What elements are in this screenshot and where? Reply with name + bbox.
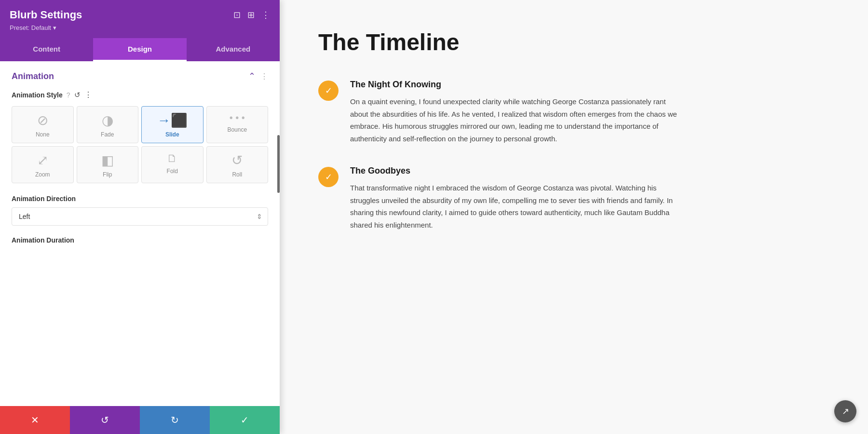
timeline-content-2: The Goodbyes That transformative night I… — [350, 166, 678, 231]
save-button[interactable]: ✓ — [210, 406, 280, 434]
style-none[interactable]: ⊘ None — [12, 106, 74, 143]
direction-select-wrap: Left Right Top Bottom ⇕ — [12, 207, 268, 226]
timeline-check-icon-1: ✓ — [318, 81, 339, 101]
panel-footer: ✕ ↺ ↻ ✓ — [0, 406, 280, 434]
style-fade-label: Fade — [101, 131, 114, 138]
animation-duration-section: Animation Duration — [12, 236, 268, 244]
section-more-icon[interactable]: ⋮ — [260, 72, 268, 81]
timeline-content-1: The Night Of Knowing On a quaint evening… — [350, 80, 678, 145]
tab-advanced[interactable]: Advanced — [187, 38, 280, 61]
fold-icon: 🗋 — [167, 152, 177, 165]
settings-panel: Blurb Settings ⊡ ⊞ ⋮ Preset: Default ▾ C… — [0, 0, 280, 434]
animation-style-label-row: Animation Style ? ↺ ⋮ — [12, 90, 268, 99]
panel-header-icons: ⊡ ⊞ ⋮ — [233, 10, 270, 20]
style-fade[interactable]: ◑ Fade — [77, 106, 139, 143]
timeline-title-1: The Night Of Knowing — [350, 80, 678, 90]
timeline-title-2: The Goodbyes — [350, 166, 678, 176]
timeline-text-1: On a quaint evening, I found unexpected … — [350, 95, 678, 145]
preset-label[interactable]: Preset: Default ▾ — [10, 24, 270, 31]
none-icon: ⊘ — [37, 112, 48, 128]
content-area: The Timeline ✓ The Night Of Knowing On a… — [280, 0, 868, 434]
fade-icon: ◑ — [102, 112, 113, 128]
scroll-indicator — [277, 135, 280, 193]
help-icon[interactable]: ? — [67, 91, 70, 99]
style-none-label: None — [36, 131, 50, 138]
section-title: Animation — [12, 71, 54, 81]
timeline-check-icon-2: ✓ — [318, 167, 339, 187]
style-zoom-label: Zoom — [35, 171, 50, 178]
tab-design[interactable]: Design — [93, 38, 186, 61]
style-fold-label: Fold — [167, 168, 178, 175]
style-roll[interactable]: ↺ Roll — [206, 146, 269, 183]
duration-label: Animation Duration — [12, 236, 268, 244]
cancel-button[interactable]: ✕ — [0, 406, 70, 434]
animation-direction-section: Animation Direction Left Right Top Botto… — [12, 195, 268, 226]
options-icon[interactable]: ⋮ — [84, 90, 92, 99]
tabs: Content Design Advanced — [0, 38, 280, 61]
style-bounce[interactable]: • • • Bounce — [206, 106, 269, 143]
style-zoom[interactable]: ⤢ Zoom — [12, 146, 74, 183]
style-roll-label: Roll — [232, 171, 242, 178]
page-title: The Timeline — [318, 29, 829, 55]
zoom-icon: ⤢ — [37, 152, 48, 168]
style-slide[interactable]: →⬛ Slide — [141, 106, 203, 143]
more-icon[interactable]: ⋮ — [261, 10, 270, 20]
style-flip-label: Flip — [103, 171, 112, 178]
timeline-text-2: That transformative night I embraced the… — [350, 182, 678, 231]
redo-button[interactable]: ↻ — [140, 406, 210, 434]
columns-icon[interactable]: ⊞ — [247, 10, 255, 20]
undo-button[interactable]: ↺ — [70, 406, 140, 434]
bounce-icon: • • • — [230, 112, 245, 123]
collapse-icon[interactable]: ⌃ — [248, 71, 256, 81]
panel-body: Animation ⌃ ⋮ Animation Style ? ↺ ⋮ ⊘ No… — [0, 61, 280, 406]
style-slide-label: Slide — [165, 131, 179, 138]
direction-select[interactable]: Left Right Top Bottom — [12, 207, 268, 226]
section-header-icons: ⌃ ⋮ — [248, 71, 268, 81]
timeline-item-1: ✓ The Night Of Knowing On a quaint eveni… — [318, 80, 829, 145]
animation-style-label: Animation Style — [12, 91, 63, 99]
panel-header: Blurb Settings ⊡ ⊞ ⋮ Preset: Default ▾ — [0, 0, 280, 38]
tab-content[interactable]: Content — [0, 38, 93, 61]
floating-action-button[interactable]: ↗ — [834, 400, 856, 422]
focus-icon[interactable]: ⊡ — [233, 10, 241, 20]
panel-title: Blurb Settings — [10, 9, 82, 21]
direction-label: Animation Direction — [12, 195, 268, 203]
style-flip[interactable]: ◧ Flip — [77, 146, 139, 183]
flip-icon: ◧ — [101, 152, 114, 168]
timeline-item-2: ✓ The Goodbyes That transformative night… — [318, 166, 829, 231]
section-header: Animation ⌃ ⋮ — [12, 71, 268, 81]
animation-section: Animation ⌃ ⋮ Animation Style ? ↺ ⋮ ⊘ No… — [0, 61, 280, 258]
style-fold[interactable]: 🗋 Fold — [141, 146, 203, 183]
slide-icon: →⬛ — [157, 112, 188, 128]
animation-style-grid: ⊘ None ◑ Fade →⬛ Slide • • • Bounce ⤢ — [12, 106, 268, 183]
reset-icon[interactable]: ↺ — [74, 91, 81, 99]
roll-icon: ↺ — [231, 152, 243, 168]
style-bounce-label: Bounce — [227, 126, 247, 133]
